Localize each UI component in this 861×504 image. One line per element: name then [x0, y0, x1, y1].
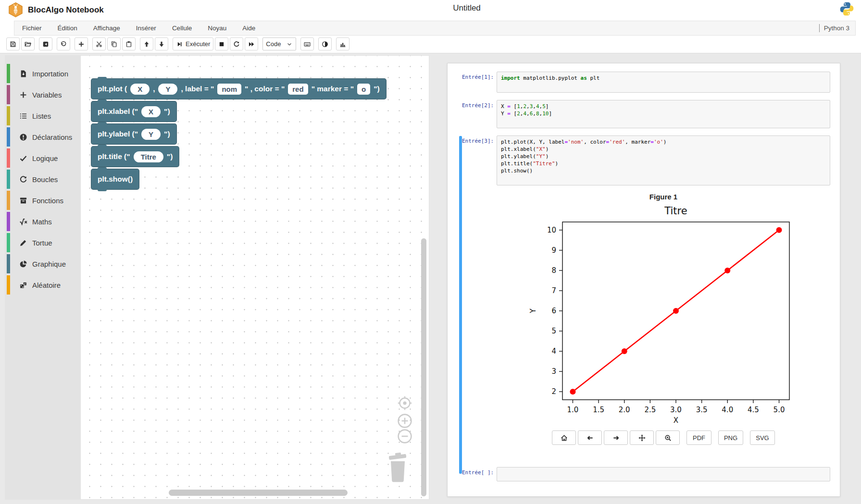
archive-icon	[19, 197, 27, 205]
block-field[interactable]: nom	[217, 84, 241, 95]
run-button[interactable]: Exécuter	[173, 37, 213, 50]
restart-kernel-button[interactable]	[230, 37, 243, 50]
horizontal-scrollbar[interactable]	[169, 490, 348, 496]
menu-item-édition[interactable]: Édition	[58, 25, 77, 32]
pan-button[interactable]	[630, 430, 654, 445]
block-text: " , color = "	[245, 85, 285, 93]
category-tortue[interactable]: Tortue	[5, 233, 80, 252]
run-label: Exécuter	[186, 40, 210, 48]
export-png-button[interactable]: PNG	[718, 430, 743, 445]
save-button[interactable]	[6, 37, 20, 50]
blockly-canvas[interactable]: plt.plot (X,Y, label = "nom" , color = "…	[80, 55, 429, 500]
menu-item-affichage[interactable]: Affichage	[93, 25, 120, 32]
block-field[interactable]: red	[288, 84, 308, 95]
block-value-slot[interactable]: Y	[158, 84, 177, 95]
category-boucles[interactable]: Boucles	[5, 170, 80, 189]
run-all-button[interactable]	[245, 37, 258, 50]
block-categories-sidebar: ImportationVariablesListesDéclarationsLo…	[5, 55, 80, 500]
cell-type-value: Code	[266, 40, 281, 48]
keyboard-icon	[304, 41, 311, 48]
menu-item-noyau[interactable]: Noyau	[208, 25, 226, 32]
zoom-in-button[interactable]	[397, 413, 412, 429]
figure-caption: Figure 1	[497, 193, 830, 201]
category-listes[interactable]: Listes	[5, 106, 80, 125]
vertical-scrollbar[interactable]	[421, 238, 426, 496]
svg-text:5: 5	[551, 327, 556, 335]
toolbar: ExécuterCode	[6, 37, 349, 50]
export-svg-button[interactable]: SVG	[750, 430, 775, 445]
back-button[interactable]	[578, 430, 602, 445]
block-value-slot[interactable]: Titre	[134, 151, 163, 162]
category-importation[interactable]: Importation	[5, 64, 80, 83]
category-label: Logique	[32, 154, 58, 162]
block-text: ")	[167, 152, 173, 161]
export-pdf-label: PDF	[693, 434, 705, 442]
notebook-panel: Entrée[1]:import matplotlib.pyplot as pl…	[447, 63, 840, 497]
zoom-rect-button[interactable]	[656, 430, 680, 445]
svg-text:9: 9	[551, 246, 556, 255]
category-label: Listes	[32, 112, 51, 120]
category-déclarations[interactable]: Déclarations	[5, 127, 80, 147]
block-value-slot[interactable]: X	[141, 106, 161, 117]
category-aléatoire[interactable]: Aléatoire	[5, 275, 80, 295]
block-plt-plot[interactable]: plt.plot (X,Y, label = "nom" , color = "…	[91, 78, 387, 99]
export-pdf-button[interactable]: PDF	[686, 430, 711, 445]
add-cell-button[interactable]	[75, 37, 88, 50]
block-value-slot[interactable]: X	[130, 84, 150, 95]
cell-input[interactable]: import matplotlib.pyplot as plt	[497, 72, 830, 93]
charts-button[interactable]	[336, 37, 349, 50]
forward-button[interactable]	[604, 430, 628, 445]
toolbar-group	[140, 37, 168, 50]
zoom-icon	[664, 434, 672, 442]
home-icon	[561, 434, 568, 442]
menu-item-aide[interactable]: Aide	[242, 25, 255, 32]
cell-input[interactable]	[497, 467, 830, 481]
block-text: plt.plot (	[98, 85, 127, 93]
trashcan-icon[interactable]	[387, 452, 409, 483]
figure-canvas[interactable]: Titre23456789101.01.52.02.53.03.54.04.55…	[497, 202, 830, 428]
interrupt-button[interactable]	[215, 37, 228, 50]
undo-button[interactable]	[57, 37, 70, 50]
open-button[interactable]	[21, 37, 35, 50]
category-logique[interactable]: Logique	[5, 148, 80, 168]
block-field[interactable]: o	[357, 84, 370, 95]
selected-cell-indicator	[459, 136, 462, 474]
block-plt-show[interactable]: plt.show()	[91, 169, 139, 190]
zoom-reset-button[interactable]	[397, 395, 412, 411]
toolbar-group	[300, 37, 314, 50]
paste-cell-button[interactable]	[122, 37, 136, 50]
figure-toolbar: PDFPNGSVG	[497, 430, 830, 445]
keyboard-shortcuts-button[interactable]	[300, 37, 314, 50]
svg-text:4: 4	[551, 347, 556, 356]
move-cell-up-button[interactable]	[140, 37, 153, 50]
contrast-button[interactable]	[318, 37, 332, 50]
cell-input[interactable]: plt.plot(X, Y, label='nom', color='red',…	[497, 135, 830, 185]
restart-icon	[233, 41, 240, 48]
cell-3: Entrée[3]:plt.plot(X, Y, label='nom', co…	[462, 135, 840, 185]
copy-cell-button[interactable]	[107, 37, 121, 50]
zoom-out-button[interactable]	[397, 429, 412, 444]
menu-item-fichier[interactable]: Fichier	[22, 25, 42, 32]
cell-type-select[interactable]: Code	[262, 37, 296, 50]
svg-text:3.5: 3.5	[696, 406, 708, 414]
document-title[interactable]: Untitled	[453, 3, 481, 13]
load-workspace-button[interactable]	[39, 37, 52, 50]
file-import-icon	[19, 70, 27, 78]
block-stack: plt.plot (X,Y, label = "nom" , color = "…	[91, 78, 387, 190]
cell-input[interactable]: X = [1,2,3,4,5] Y = [2,4,6,8,10]	[497, 100, 830, 128]
block-plt-ylabel[interactable]: plt.ylabel ("Y")	[91, 123, 177, 145]
svg-text:10: 10	[547, 226, 556, 234]
category-fonctions[interactable]: Fonctions	[5, 191, 80, 210]
block-value-slot[interactable]: Y	[141, 129, 161, 140]
category-variables[interactable]: Variables	[5, 85, 80, 104]
category-graphique[interactable]: Graphique	[5, 254, 80, 273]
category-maths[interactable]: Maths	[5, 212, 80, 231]
block-plt-title[interactable]: plt.title ("Titre")	[91, 146, 179, 167]
menu-item-insérer[interactable]: Insérer	[136, 25, 156, 32]
home-button[interactable]	[552, 430, 576, 445]
cut-cell-button[interactable]	[92, 37, 106, 50]
move-cell-down-button[interactable]	[155, 37, 168, 50]
menu-item-cellule[interactable]: Cellule	[172, 25, 192, 32]
block-plt-xlabel[interactable]: plt.xlabel ("X")	[91, 101, 177, 122]
svg-text:7: 7	[551, 286, 556, 295]
